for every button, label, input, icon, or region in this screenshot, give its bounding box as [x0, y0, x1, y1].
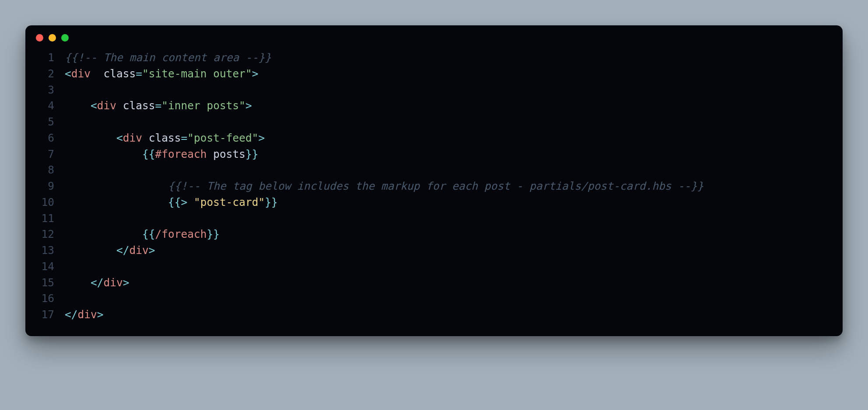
line-content[interactable]: <div class="post-feed">: [54, 130, 265, 146]
token: >: [259, 132, 265, 144]
token: }}: [245, 148, 259, 160]
token: }}: [207, 228, 220, 240]
token: {{!-- The tag below includes the markup …: [168, 180, 704, 192]
token: div: [123, 132, 142, 144]
token: >: [149, 244, 155, 257]
indent: [65, 196, 168, 208]
line-number: 12: [35, 226, 54, 243]
token: div: [104, 276, 123, 289]
code-line[interactable]: 9 {{!-- The tag below includes the marku…: [35, 178, 830, 195]
token: >: [123, 276, 130, 289]
close-icon[interactable]: [36, 34, 43, 42]
token: class: [142, 132, 181, 144]
token: {{!-- The main content area --}}: [65, 51, 271, 64]
titlebar: [25, 25, 843, 50]
token: class: [116, 99, 155, 112]
line-content[interactable]: <div class="site-main outer">: [54, 66, 259, 82]
token: "site-main outer": [142, 67, 252, 80]
indent: [65, 180, 168, 192]
line-content[interactable]: {{/foreach}}: [54, 226, 220, 243]
code-line[interactable]: 17</div>: [35, 307, 830, 323]
code-line[interactable]: 1{{!-- The main content area --}}: [35, 50, 830, 66]
token: /foreach: [155, 228, 207, 240]
line-number: 3: [35, 82, 54, 98]
token: div: [71, 67, 91, 80]
line-number: 13: [35, 243, 54, 259]
code-window: 1{{!-- The main content area --}}2<div c…: [25, 25, 843, 336]
token: div: [130, 244, 149, 257]
token: "post-feed": [187, 132, 258, 144]
line-content[interactable]: {{#foreach posts}}: [54, 146, 259, 163]
code-line[interactable]: 15 </div>: [35, 275, 830, 291]
indent: [65, 244, 116, 257]
token: >: [252, 67, 259, 80]
zoom-icon[interactable]: [61, 34, 69, 42]
code-line[interactable]: 2<div class="site-main outer">: [35, 66, 830, 82]
code-line[interactable]: 8: [35, 162, 830, 178]
line-content[interactable]: {{> "post-card"}}: [54, 195, 278, 211]
line-number: 1: [35, 50, 54, 66]
token: "inner posts": [161, 99, 245, 112]
line-number: 14: [35, 259, 54, 275]
token: <: [116, 132, 123, 144]
line-number: 17: [35, 307, 54, 323]
code-line[interactable]: 14: [35, 259, 830, 275]
token: class: [91, 67, 136, 80]
token: #foreach: [155, 148, 207, 160]
token: >: [97, 308, 104, 321]
line-number: 4: [35, 98, 54, 114]
code-line[interactable]: 12 {{/foreach}}: [35, 226, 830, 243]
indent: [65, 99, 91, 112]
line-number: 7: [35, 146, 54, 163]
line-number: 6: [35, 130, 54, 146]
code-line[interactable]: 16: [35, 291, 830, 307]
line-content[interactable]: {{!-- The main content area --}}: [54, 50, 271, 66]
line-number: 11: [35, 211, 54, 227]
line-number: 15: [35, 275, 54, 291]
line-content[interactable]: {{!-- The tag below includes the markup …: [54, 178, 704, 195]
token: "post-card": [194, 196, 265, 208]
code-line[interactable]: 7 {{#foreach posts}}: [35, 146, 830, 163]
minimize-icon[interactable]: [49, 34, 56, 42]
token: </: [91, 276, 104, 289]
token: >: [245, 99, 252, 112]
line-number: 5: [35, 114, 54, 130]
token: posts: [207, 148, 246, 160]
token: </: [116, 244, 130, 257]
code-line[interactable]: 5: [35, 114, 830, 130]
code-line[interactable]: 11: [35, 211, 830, 227]
token: div: [97, 99, 116, 112]
token: =: [181, 132, 188, 144]
token: {{: [168, 196, 181, 208]
token: {{: [142, 148, 155, 160]
line-number: 2: [35, 66, 54, 82]
code-line[interactable]: 4 <div class="inner posts">: [35, 98, 830, 114]
indent: [65, 228, 142, 240]
token: >: [181, 196, 194, 208]
token: <: [65, 67, 71, 80]
line-content[interactable]: </div>: [54, 243, 155, 259]
indent: [65, 132, 116, 144]
code-line[interactable]: 10 {{> "post-card"}}: [35, 195, 830, 211]
token: =: [155, 99, 162, 112]
indent: [65, 148, 142, 160]
code-line[interactable]: 6 <div class="post-feed">: [35, 130, 830, 146]
token: }}: [265, 196, 278, 208]
line-content[interactable]: </div>: [54, 275, 130, 291]
code-line[interactable]: 3: [35, 82, 830, 98]
app-stage: 1{{!-- The main content area --}}2<div c…: [0, 0, 868, 410]
token: </: [65, 308, 78, 321]
code-line[interactable]: 13 </div>: [35, 243, 830, 259]
indent: [65, 276, 91, 289]
token: =: [136, 67, 142, 80]
line-number: 16: [35, 291, 54, 307]
token: div: [78, 308, 97, 321]
line-number: 8: [35, 162, 54, 178]
line-number: 9: [35, 178, 54, 195]
line-number: 10: [35, 195, 54, 211]
line-content[interactable]: </div>: [54, 307, 104, 323]
token: <: [91, 99, 97, 112]
line-content[interactable]: <div class="inner posts">: [54, 98, 252, 114]
token: {{: [142, 228, 155, 240]
code-editor[interactable]: 1{{!-- The main content area --}}2<div c…: [25, 50, 843, 327]
